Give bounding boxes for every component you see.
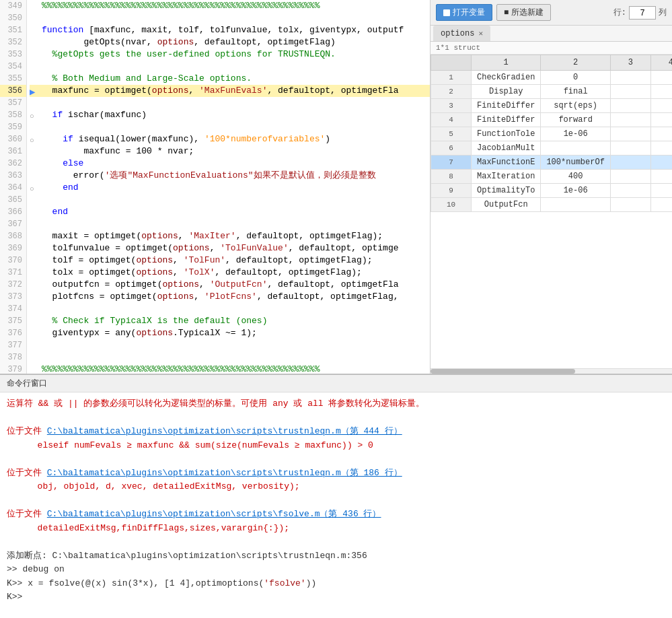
code-line-358: ○ if ischar(maxfunc) (30, 109, 430, 121)
code-text-367 (42, 218, 47, 230)
code-line-350 (30, 12, 430, 24)
val2-cell (610, 184, 650, 198)
cmd-file-3: 位于文件 C:\baltamatica\plugins\optimization… (7, 508, 665, 521)
val3-cell (650, 198, 672, 212)
cmd-code-2: obj, objold, d, xvec, detailedExitMsg, v… (7, 480, 665, 493)
code-text-356: maxfunc = optimget(options, 'MaxFunEvals… (42, 85, 399, 97)
cmd-link-3[interactable]: C:\baltamatica\plugins\optimization\scri… (47, 509, 381, 519)
table-row[interactable]: 3 FiniteDiffer sqrt(eps) (431, 99, 673, 113)
cmd-link-2[interactable]: C:\baltamatica\plugins\optimization\scri… (47, 468, 402, 478)
code-text-370: tolf = optimget(options, 'TolFun', defau… (42, 254, 373, 267)
marker-356: ▶ (30, 86, 39, 96)
line-num-375: 375 (0, 315, 26, 327)
cmd-breakpoint-line: 添加断点: C:\baltamatica\plugins\optimizatio… (7, 549, 665, 563)
col-header-index (431, 55, 472, 71)
val3-cell (650, 113, 672, 127)
code-line-366: end (30, 206, 430, 218)
line-num-350: 350 (0, 12, 26, 24)
val1-cell: forward (541, 113, 610, 127)
val2-cell (610, 198, 650, 212)
code-lines: 349 350 351 352 353 354 355 356 357 358 … (0, 0, 430, 374)
line-num-355: 355 (0, 73, 26, 85)
table-row[interactable]: 5 FunctionTole 1e-06 (431, 127, 673, 141)
code-line-361: maxfunc = 100 * nvar; (30, 145, 430, 158)
code-text-379: %%%%%%%%%%%%%%%%%%%%%%%%%%%%%%%%%%%%%%%%… (42, 364, 320, 374)
cmd-fsolve-line: K>> x = fsolve(@(x) sin(3*x), [1 4],opti… (7, 577, 665, 590)
val1-cell (541, 198, 610, 212)
row-num-cell: 3 (431, 99, 472, 113)
code-text-374 (42, 303, 47, 315)
field-name-cell: JacobianMult (472, 141, 541, 156)
line-num-358: 358 (0, 109, 26, 121)
cmd-spacer-3 (7, 494, 665, 508)
row-num-cell: 2 (431, 85, 472, 99)
line-num-353: 353 (0, 48, 26, 61)
editor-area: 349 350 351 352 353 354 355 356 357 358 … (0, 0, 672, 374)
cmd-error-line-1: 运算符 && 或 || 的参数必须可以转化为逻辑类型的标量。可使用 any 或 … (7, 397, 665, 411)
options-table: 1 2 3 4 1 CheckGradien 0 2 Display final… (431, 55, 672, 212)
table-row[interactable]: 4 FiniteDiffer forward (431, 113, 673, 127)
command-content[interactable]: 运算符 && 或 || 的参数必须可以转化为逻辑类型的标量。可使用 any 或 … (0, 392, 672, 618)
cmd-link-1[interactable]: C:\baltamatica\plugins\optimization\scri… (47, 426, 402, 436)
table-row[interactable]: 2 Display final (431, 85, 673, 99)
table-row[interactable]: 7 MaxFunctionE 100*numberOf (431, 156, 673, 170)
line-num-354: 354 (0, 61, 26, 73)
code-text-368: maxit = optimget(options, 'MaxIter', def… (42, 230, 383, 242)
var-data-table[interactable]: 1 2 3 4 1 CheckGradien 0 2 Display final… (431, 55, 672, 368)
code-text-352: getOpts(nvar, options, defaultopt, optim… (42, 36, 336, 48)
code-line-362: else (30, 158, 430, 170)
code-text-361: maxfunc = 100 * nvar; (42, 145, 194, 158)
val1-cell: 1e-06 (541, 127, 610, 141)
options-tab-label: options (441, 29, 474, 38)
line-num-379: 379 (0, 364, 26, 374)
new-selection-button[interactable]: ■ 所选新建 (496, 4, 551, 21)
cmd-file-2: 位于文件 C:\baltamatica\plugins\optimization… (7, 467, 665, 480)
code-line-356: ▶ maxfunc = optimget(options, 'MaxFunEva… (30, 85, 430, 97)
row-num-cell: 1 (431, 71, 472, 85)
cmd-spacer-4 (7, 535, 665, 549)
row-input[interactable] (629, 6, 656, 20)
code-line-374 (30, 303, 430, 315)
table-row[interactable]: 10 OutputFcn (431, 198, 673, 212)
val1-cell: 400 (541, 170, 610, 184)
code-content-area[interactable]: %%%%%%%%%%%%%%%%%%%%%%%%%%%%%%%%%%%%%%%%… (27, 0, 430, 374)
var-tab-bar: options ✕ (431, 26, 672, 42)
line-num-363: 363 (0, 170, 26, 182)
val3-cell (650, 85, 672, 99)
new-selection-label: ■ 所选新建 (504, 7, 544, 17)
col-header-2: 2 (541, 55, 610, 71)
code-line-360: ○ if isequal(lower(maxfunc), '100*number… (30, 133, 430, 145)
line-num-357: 357 (0, 97, 26, 109)
code-text-371: tolx = optimget(options, 'TolX', default… (42, 267, 362, 279)
code-panel: 349 350 351 352 353 354 355 356 357 358 … (0, 0, 430, 374)
table-row[interactable]: 6 JacobianMult (431, 141, 673, 156)
field-name-cell: OutputFcn (472, 198, 541, 212)
val2-cell (610, 99, 650, 113)
code-text-353: %getOpts gets the user-defined options f… (42, 48, 336, 61)
table-row[interactable]: 8 MaxIteration 400 (431, 170, 673, 184)
line-num-361: 361 (0, 145, 26, 158)
val1-cell: sqrt(eps) (541, 99, 610, 113)
val2-cell (610, 71, 650, 85)
open-variable-button[interactable]: 打开变量 (436, 4, 492, 21)
line-num-367: 367 (0, 218, 26, 230)
code-text-363: error('选项"MaxFunctionEvaluations"如果不是默认值… (42, 170, 376, 182)
table-row[interactable]: 9 OptimalityTo 1e-06 (431, 184, 673, 198)
table-row[interactable]: 1 CheckGradien 0 (431, 71, 673, 85)
scrollbar-thumb[interactable] (431, 369, 575, 374)
struct-label: 1*1 struct (431, 42, 672, 55)
line-num-371: 371 (0, 267, 26, 279)
code-text-377 (42, 339, 47, 351)
cmd-code-3: detailedExitMsg,finDiffFlags,sizes,varar… (7, 522, 665, 535)
line-numbers: 349 350 351 352 353 354 355 356 357 358 … (0, 0, 27, 374)
code-text-360: if isequal(lower(maxfunc), '100*numberof… (42, 133, 330, 145)
code-line-378 (30, 351, 430, 364)
marker-360: ○ (30, 135, 39, 144)
tab-close-icon[interactable]: ✕ (478, 30, 483, 38)
horizontal-scrollbar[interactable] (431, 368, 672, 374)
field-name-cell: FiniteDiffer (472, 99, 541, 113)
options-tab[interactable]: options ✕ (433, 26, 490, 41)
line-num-377: 377 (0, 339, 26, 351)
val1-cell: 0 (541, 71, 610, 85)
command-window-title: 命令行窗口 (0, 375, 672, 392)
